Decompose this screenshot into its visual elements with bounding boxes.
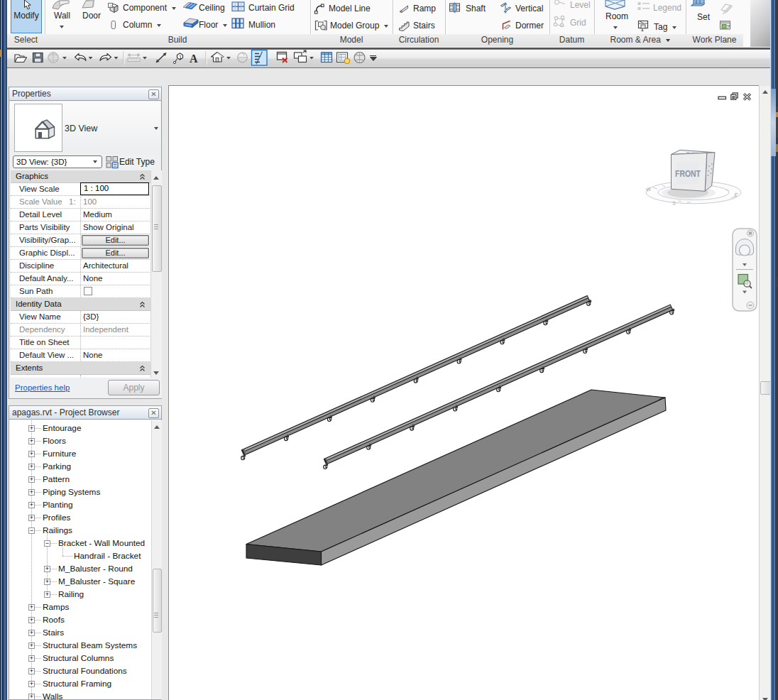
svg-text:S: S [672, 200, 676, 206]
svg-text:FRONT: FRONT [675, 168, 701, 179]
